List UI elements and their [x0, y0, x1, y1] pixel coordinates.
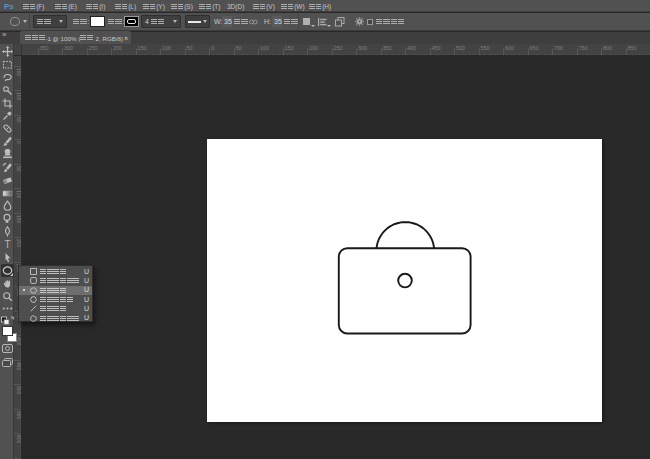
svg-text:T: T	[4, 239, 10, 250]
